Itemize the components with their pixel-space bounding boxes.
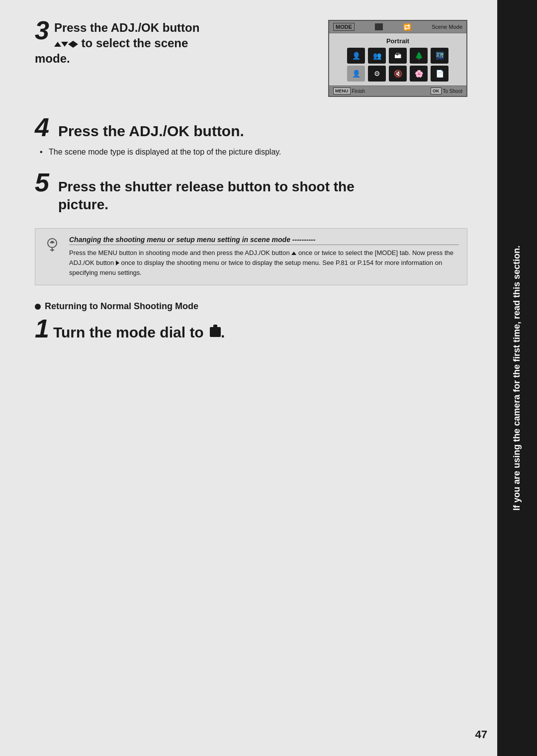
camera-mode-dial-icon (210, 327, 221, 337)
camera-icon-portrait: 👤 (347, 48, 365, 64)
camera-mode-icon (375, 23, 383, 30)
camera-icon-text: 📄 (431, 66, 448, 82)
step1-return-number: 1 (35, 316, 49, 341)
camera-icon-night: 🌃 (431, 48, 448, 64)
camera-icon-sport: ⚙ (368, 66, 386, 82)
tip-body: Press the MENU button in shooting mode a… (69, 248, 459, 278)
camera-scene-mode-label: Scene Mode (432, 24, 462, 30)
step3-number: 3 (35, 17, 49, 43)
step3-row: 3 Press the ADJ./OK button to select the… (35, 20, 467, 97)
page-number: 47 (475, 728, 487, 741)
tip-icon (43, 237, 61, 254)
camera-menu-finish: MENU Finish (333, 87, 365, 94)
ok-btn-label: OK (431, 87, 442, 94)
tip-arrow-right (116, 260, 119, 265)
step5-heading: 5 Press the shutter release button to sh… (35, 172, 467, 214)
step4-heading: 4 Press the ADJ./OK button. (35, 117, 467, 140)
camera-mode-label: MODE (333, 23, 355, 31)
step4-number: 4 (35, 114, 49, 140)
step1-returning: 1 Turn the mode dial to . (35, 316, 467, 341)
tip-content: Changing the shooting menu or setup menu… (69, 236, 459, 278)
returning-section: Returning to Normal Shooting Mode 1 Turn… (35, 301, 467, 341)
camera-mode-icon2: 🔁 (403, 23, 411, 31)
step3-text: 3 Press the ADJ./OK button to select the… (35, 20, 308, 67)
arrow-down-icon (61, 42, 68, 47)
camera-body: Portrait 👤 👥 🏔 🌲 🌃 👤 ⚙ 🔇 🌸 📄 (329, 33, 466, 85)
step4-section: 4 Press the ADJ./OK button. The scene mo… (35, 117, 467, 158)
camera-bottom-bar: MENU Finish OK To Shoot (329, 85, 466, 96)
tip-arrow-up (291, 252, 296, 255)
step3-title: Press the ADJ./OK button to select the s… (35, 20, 308, 67)
step4-bullet: The scene mode type is displayed at the … (35, 146, 467, 158)
tip-box: Changing the shooting menu or setup menu… (35, 228, 467, 285)
step5-section: 5 Press the shutter release button to sh… (35, 172, 467, 214)
returning-header: Returning to Normal Shooting Mode (35, 301, 467, 312)
arrow-left-icon (68, 41, 73, 48)
camera-icon-selected: 👤 (347, 66, 365, 82)
camera-portrait-label: Portrait (335, 37, 460, 45)
camera-icons-row2: 👤 ⚙ 🔇 🌸 📄 (335, 66, 460, 82)
side-bar: If you are using the camera for the firs… (497, 0, 537, 756)
camera-icon-flower: 🌸 (410, 66, 428, 82)
step5-number: 5 (35, 169, 49, 195)
camera-screen: MODE 🔁 Scene Mode Portrait 👤 👥 🏔 🌲 🌃 👤 ⚙ (328, 20, 467, 97)
sidebar-text: If you are using the camera for the firs… (511, 246, 523, 510)
camera-ok-shoot: OK To Shoot (431, 87, 462, 94)
arrow-up-icon (54, 42, 61, 47)
camera-icons-row1: 👤 👥 🏔 🌲 🌃 (335, 48, 460, 64)
menu-btn-label: MENU (333, 87, 351, 94)
step3-heading: 3 Press the ADJ./OK button to select the… (35, 20, 308, 67)
main-content: 3 Press the ADJ./OK button to select the… (0, 0, 497, 756)
camera-icon-museum: 🔇 (389, 66, 407, 82)
svg-point-3 (51, 242, 53, 244)
arrow-right-icon (73, 41, 78, 48)
camera-top-bar: MODE 🔁 Scene Mode (329, 21, 466, 33)
bullet-dot-icon (35, 304, 41, 310)
camera-icon-landscape: 🏔 (389, 48, 407, 64)
camera-icon-group: 👥 (368, 48, 386, 64)
tip-title: Changing the shooting menu or setup menu… (69, 236, 459, 245)
camera-icon-mountain: 🌲 (410, 48, 428, 64)
